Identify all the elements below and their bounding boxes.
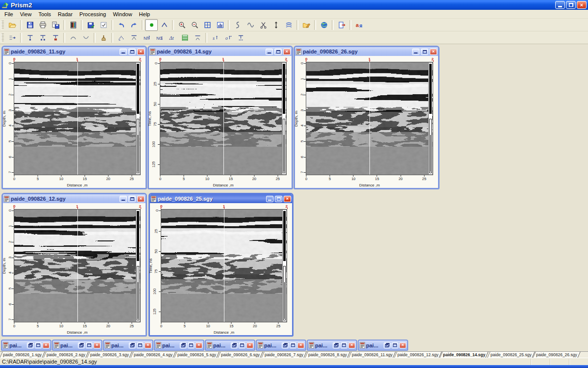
- app-titlebar[interactable]: Prism2 ×: [0, 0, 588, 10]
- tb-gain-o-button[interactable]: o: [221, 32, 234, 44]
- child-maximize-button[interactable]: [239, 342, 245, 348]
- doc-tab-paide_090826_3.sgy[interactable]: paide_090826_3.sgy: [87, 352, 132, 358]
- tb-options-check-button[interactable]: [97, 19, 110, 31]
- amplitude-scale-bar[interactable]: [136, 210, 140, 321]
- tb-antenna-b-button[interactable]: [36, 32, 49, 44]
- tb-redo-button[interactable]: [127, 19, 140, 31]
- child-close-button[interactable]: ×: [430, 49, 437, 55]
- child-close-button[interactable]: ×: [94, 342, 100, 348]
- tb-peak-down-button[interactable]: [79, 32, 92, 44]
- toolbar-grip[interactable]: [1, 33, 4, 42]
- child-restore-button[interactable]: [282, 342, 289, 348]
- child-minimize-button[interactable]: [120, 196, 127, 202]
- radargram-plot[interactable]: [14, 62, 141, 175]
- amplitude-scale-bar[interactable]: [282, 63, 286, 174]
- tb-dc-shift-button[interactable]: [178, 32, 191, 44]
- tb-time-cut-button[interactable]: [234, 32, 247, 44]
- doc-tab-paide_090826_4.sgy[interactable]: paide_090826_4.sgy: [130, 352, 175, 358]
- minimized-window-6[interactable]: pai... ×: [256, 340, 306, 351]
- tb-open-button[interactable]: [6, 19, 19, 31]
- menu-radar[interactable]: Radar: [54, 10, 76, 18]
- child-maximize-button[interactable]: [341, 342, 347, 348]
- child-close-button[interactable]: ×: [348, 342, 355, 348]
- child-minimize-button[interactable]: [412, 49, 419, 55]
- child-maximize-button[interactable]: [86, 342, 93, 348]
- minimized-window-8[interactable]: pai... ×: [358, 340, 408, 351]
- doc-tab-paide_090826_7.sgy[interactable]: paide_090826_7.sgy: [261, 352, 306, 358]
- tb-mark-stamp-button[interactable]: [97, 32, 110, 44]
- child-close-button[interactable]: ×: [284, 196, 291, 202]
- tb-palette-button[interactable]: [67, 19, 79, 31]
- child-minimize-button[interactable]: [266, 196, 273, 202]
- child-titlebar[interactable]: paide_090826_11.sgy ×: [3, 47, 146, 56]
- child-titlebar[interactable]: paide_090826_26.sgy ×: [295, 47, 438, 56]
- tb-n-h-button[interactable]: Nh: [140, 32, 153, 44]
- tb-trace-edit-button[interactable]: [231, 19, 244, 31]
- doc-tab-paide_090826_6.sgy[interactable]: paide_090826_6.sgy: [218, 352, 263, 358]
- menu-help[interactable]: Help: [136, 10, 154, 18]
- menu-tools[interactable]: Tools: [35, 10, 54, 18]
- radargram-plot[interactable]: [161, 209, 287, 322]
- tb-save-project-button[interactable]: [84, 19, 97, 31]
- tb-exit-editor-button[interactable]: [335, 19, 348, 31]
- minimized-window-1[interactable]: pai... ×: [1, 340, 51, 351]
- minimized-window-4[interactable]: pai... ×: [154, 340, 204, 351]
- doc-tab-paide_090826_8.sgy[interactable]: paide_090826_8.sgy: [305, 352, 350, 358]
- tb-auto-pick-button[interactable]: [115, 32, 127, 44]
- tb-zoom-out-button[interactable]: [188, 19, 201, 31]
- marker-ruler[interactable]: 012: [14, 203, 141, 209]
- tb-peak-button[interactable]: [158, 19, 171, 31]
- tb-top-cut-button[interactable]: [127, 32, 140, 44]
- amplitude-scale-bar[interactable]: [428, 63, 432, 174]
- doc-tab-paide_090826_5.sgy[interactable]: paide_090826_5.sgy: [174, 352, 219, 358]
- marker-ruler[interactable]: 012: [306, 56, 433, 62]
- child-titlebar[interactable]: paide_090826_25.sgy ×: [150, 194, 292, 203]
- marker-ruler[interactable]: 012: [14, 56, 141, 62]
- child-maximize-button[interactable]: [128, 196, 136, 202]
- tb-histogram-button[interactable]: [214, 19, 226, 31]
- child-maximize-button[interactable]: [188, 342, 195, 348]
- menu-file[interactable]: File: [1, 10, 17, 18]
- tb-antenna-a-button[interactable]: [24, 32, 36, 44]
- doc-tab-paide_090826_26.sgy[interactable]: paide_090826_26.sgy: [533, 352, 581, 358]
- tb-align-peak-button[interactable]: [191, 32, 204, 44]
- tb-save-button[interactable]: [24, 19, 36, 31]
- child-close-button[interactable]: ×: [145, 342, 151, 348]
- tb-zoom-in-button[interactable]: [175, 19, 188, 31]
- child-restore-button[interactable]: [384, 342, 391, 348]
- doc-tab-paide_090826_14.sgy[interactable]: paide_090826_14.sgy: [440, 352, 489, 358]
- child-maximize-button[interactable]: [421, 49, 428, 55]
- tb-edit-project-button[interactable]: [300, 19, 313, 31]
- child-close-button[interactable]: ×: [297, 342, 304, 348]
- app-close-button[interactable]: ×: [577, 1, 587, 9]
- doc-tab-paide_090826_25.sgy[interactable]: paide_090826_25.sgy: [487, 352, 535, 358]
- app-minimize-button[interactable]: [555, 1, 565, 9]
- child-close-button[interactable]: ×: [196, 342, 202, 348]
- tb-undo-button[interactable]: [115, 19, 127, 31]
- child-maximize-button[interactable]: [392, 342, 398, 348]
- tb-vertical-scale-button[interactable]: [270, 19, 282, 31]
- child-maximize-button[interactable]: [128, 49, 136, 55]
- child-restore-button[interactable]: [333, 342, 340, 348]
- minimized-window-7[interactable]: pai... ×: [307, 340, 357, 351]
- doc-tab-paide_090826_12.sgy[interactable]: paide_090826_12.sgy: [394, 352, 441, 358]
- child-titlebar[interactable]: paide_090826_14.sgy ×: [149, 47, 292, 56]
- tb-trace-move-button[interactable]: [6, 32, 19, 44]
- child-close-button[interactable]: ×: [43, 342, 49, 348]
- tb-antenna-c-button[interactable]: [49, 32, 62, 44]
- tb-n-zero-button[interactable]: N0: [153, 32, 166, 44]
- tb-multi-wave-button[interactable]: [282, 19, 295, 31]
- radargram-plot[interactable]: [306, 62, 433, 175]
- child-maximize-button[interactable]: [274, 49, 282, 55]
- child-titlebar[interactable]: paide_090826_12.sgy ×: [3, 194, 146, 203]
- child-maximize-button[interactable]: [275, 196, 282, 202]
- minimized-window-3[interactable]: pai... ×: [103, 340, 153, 351]
- amplitude-scale-bar[interactable]: [282, 210, 286, 321]
- doc-tab-paide_090826_1.sgy[interactable]: paide_090826_1.sgy: [0, 352, 45, 358]
- child-close-button[interactable]: ×: [399, 342, 406, 348]
- child-maximize-button[interactable]: [35, 342, 42, 348]
- doc-tab-paide_090826_11.sgy[interactable]: paide_090826_11.sgy: [348, 352, 395, 358]
- child-maximize-button[interactable]: [290, 342, 296, 348]
- tb-fit-window-button[interactable]: [201, 19, 214, 31]
- tb-cut-button[interactable]: [257, 19, 270, 31]
